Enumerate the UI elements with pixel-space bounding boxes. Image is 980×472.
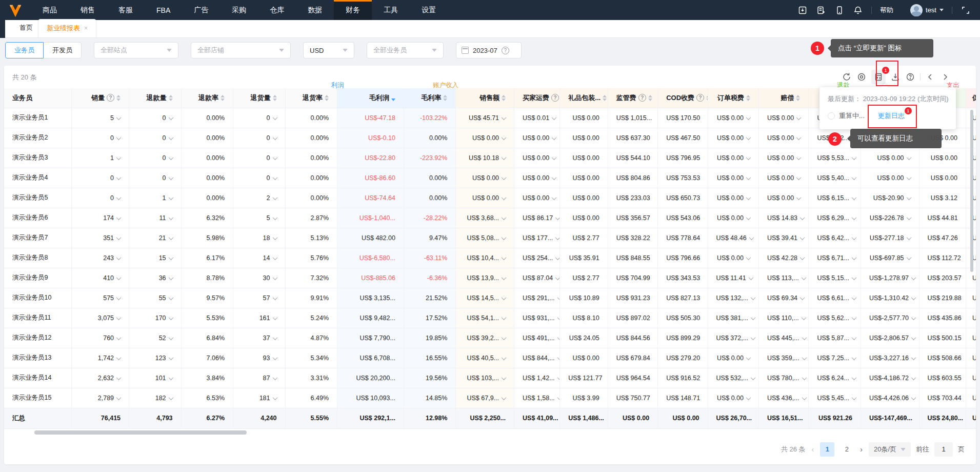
cell-退货量[interactable]: 37 — [233, 328, 285, 348]
cell-赔偿[interactable]: US$ 445,... — [759, 328, 809, 348]
sort-icon[interactable] — [391, 95, 395, 101]
sort-icon[interactable] — [221, 95, 225, 101]
cell-col-16[interactable]: US$-4,426.06 — [861, 388, 919, 408]
cell-退款量[interactable]: 21 — [129, 228, 181, 248]
month-picker[interactable]: 2023-07 ? — [456, 42, 522, 58]
expand-chevron-icon[interactable] — [852, 195, 857, 200]
cell-退货量[interactable]: 14 — [233, 248, 285, 268]
page-number-2[interactable]: 2 — [839, 442, 854, 457]
expand-chevron-icon[interactable] — [116, 355, 122, 360]
cell-col-16[interactable]: US$-226.78 — [861, 208, 919, 228]
nav-item-广告[interactable]: 广告 — [182, 0, 220, 20]
expand-chevron-icon[interactable] — [557, 375, 560, 380]
column-settings-icon[interactable] — [856, 72, 867, 82]
expand-chevron-icon[interactable] — [502, 395, 507, 400]
cell-其余收...[interactable]: US$ 5,62... — [809, 308, 861, 328]
expand-chevron-icon[interactable] — [746, 195, 751, 200]
header-买家运费[interactable]: 买家运费? — [514, 88, 560, 108]
cell-赔偿[interactable]: US$ 42.28 — [759, 248, 809, 268]
currency-select[interactable]: USD — [303, 42, 354, 58]
expand-chevron-icon[interactable] — [796, 175, 802, 180]
expand-chevron-icon[interactable] — [555, 235, 560, 240]
cell-订单税费[interactable]: US$ 0.00 — [708, 168, 758, 188]
cell-销量[interactable]: 1 — [72, 148, 129, 168]
expand-chevron-icon[interactable] — [800, 235, 805, 240]
expand-chevron-icon[interactable] — [802, 395, 807, 400]
expand-chevron-icon[interactable] — [168, 195, 173, 200]
cell-订单税费[interactable]: US$ 0.00 — [708, 348, 758, 368]
expand-chevron-icon[interactable] — [852, 375, 857, 380]
cell-退货量[interactable]: 0 — [233, 128, 285, 148]
expand-chevron-icon[interactable] — [751, 335, 756, 340]
expand-chevron-icon[interactable] — [272, 375, 277, 380]
help-circle-icon[interactable]: ? — [638, 94, 646, 102]
cell-订单税费[interactable]: US$ 0.00 — [708, 148, 758, 168]
cell-退货量[interactable]: 30 — [233, 268, 285, 288]
cell-销售额[interactable]: US$ 39,2... — [456, 328, 514, 348]
cell-退款量[interactable]: 123 — [129, 348, 181, 368]
cell-赔偿[interactable]: US$ 0.00 — [759, 128, 809, 148]
expand-chevron-icon[interactable] — [116, 175, 122, 180]
cell-退货量[interactable]: 18 — [233, 228, 285, 248]
expand-chevron-icon[interactable] — [557, 295, 560, 300]
expand-chevron-icon[interactable] — [906, 155, 911, 160]
expand-chevron-icon[interactable] — [751, 315, 756, 320]
expand-chevron-icon[interactable] — [555, 255, 560, 260]
expand-chevron-icon[interactable] — [272, 155, 277, 160]
expand-chevron-icon[interactable] — [906, 195, 911, 200]
expand-chevron-icon[interactable] — [852, 295, 857, 300]
expand-chevron-icon[interactable] — [502, 135, 507, 140]
expand-chevron-icon[interactable] — [502, 275, 507, 280]
expand-chevron-icon[interactable] — [168, 175, 173, 180]
expand-chevron-icon[interactable] — [502, 175, 507, 180]
cell-退款量[interactable]: 11 — [129, 208, 181, 228]
cell-买家运费[interactable]: US$ 931,... — [514, 308, 560, 328]
expand-chevron-icon[interactable] — [796, 195, 802, 200]
cell-退款量[interactable]: 0 — [129, 148, 181, 168]
cell-col-16[interactable]: US$-697.85 — [861, 248, 919, 268]
expand-chevron-icon[interactable] — [272, 275, 277, 280]
help-circle-icon[interactable]: ? — [551, 94, 559, 102]
cell-销量[interactable]: 1,742 — [72, 348, 129, 368]
header-订单税费[interactable]: 订单税费 — [708, 88, 758, 108]
cell-赔偿[interactable]: US$ 0.00 — [759, 168, 809, 188]
cell-退款量[interactable]: 0 — [129, 108, 181, 128]
cell-其余收...[interactable]: US$ 6,71... — [809, 248, 861, 268]
cell-销量[interactable]: 575 — [72, 288, 129, 308]
sort-icon[interactable] — [502, 95, 506, 101]
nav-item-销售[interactable]: 销售 — [69, 0, 107, 20]
cell-退款量[interactable]: 101 — [129, 368, 181, 388]
expand-chevron-icon[interactable] — [749, 235, 754, 240]
expand-chevron-icon[interactable] — [746, 215, 751, 220]
cell-其余收...[interactable]: US$ 6,15... — [809, 188, 861, 208]
expand-chevron-icon[interactable] — [116, 275, 122, 280]
help-circle-icon[interactable]: ? — [502, 47, 509, 54]
expand-chevron-icon[interactable] — [746, 355, 751, 360]
expand-chevron-icon[interactable] — [552, 155, 557, 160]
expand-chevron-icon[interactable] — [557, 335, 560, 340]
cell-买家运费[interactable]: US$ 0.00 — [514, 188, 560, 208]
cell-赔偿[interactable]: US$ 359,... — [759, 348, 809, 368]
cell-其余收...[interactable]: US$ 5,45... — [809, 388, 861, 408]
expand-chevron-icon[interactable] — [911, 315, 916, 320]
cell-买家运费[interactable]: US$ 1,58... — [514, 388, 560, 408]
scroll-right-icon[interactable] — [940, 72, 950, 82]
expand-chevron-icon[interactable] — [168, 235, 173, 240]
nav-item-数据[interactable]: 数据 — [296, 0, 334, 20]
expand-chevron-icon[interactable] — [168, 155, 173, 160]
expand-chevron-icon[interactable] — [272, 295, 277, 300]
expand-chevron-icon[interactable] — [272, 255, 277, 260]
vertical-scrollbar-thumb[interactable] — [970, 110, 973, 272]
cell-销量[interactable]: 3,075 — [72, 308, 129, 328]
expand-chevron-icon[interactable] — [116, 135, 122, 140]
expand-chevron-icon[interactable] — [852, 335, 857, 340]
expand-chevron-icon[interactable] — [852, 235, 857, 240]
cell-买家运费[interactable]: US$ 0.00 — [514, 128, 560, 148]
expand-chevron-icon[interactable] — [800, 295, 805, 300]
header-退货量[interactable]: 退货量 — [233, 88, 285, 108]
cell-订单税费[interactable]: US$ 372,... — [708, 328, 758, 348]
expand-chevron-icon[interactable] — [911, 335, 916, 340]
expand-chevron-icon[interactable] — [800, 255, 805, 260]
expand-chevron-icon[interactable] — [552, 115, 557, 120]
cell-退货量[interactable]: 161 — [233, 308, 285, 328]
